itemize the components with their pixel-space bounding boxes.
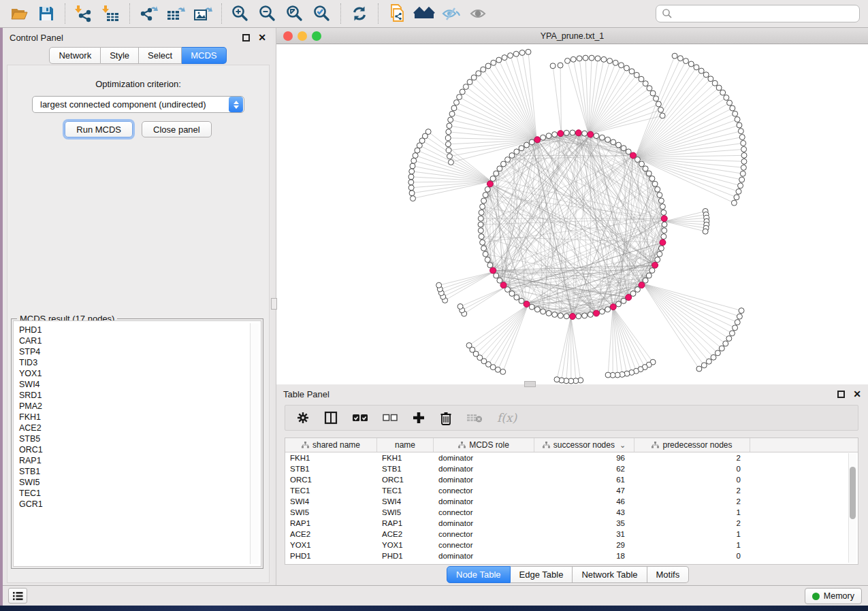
graph-node[interactable] xyxy=(646,273,652,278)
satellite-node[interactable] xyxy=(624,65,629,71)
search-input[interactable] xyxy=(677,9,854,18)
table-row[interactable]: ORC1ORC1dominator610 xyxy=(285,474,858,485)
graph-node-dominator[interactable] xyxy=(534,137,541,143)
import-table-button[interactable] xyxy=(97,2,125,25)
run-mcds-button[interactable]: Run MCDS xyxy=(65,121,133,137)
graph-node-dominator[interactable] xyxy=(570,314,576,320)
graph-node-dominator[interactable] xyxy=(524,301,530,307)
graph-node[interactable] xyxy=(599,135,605,140)
tab-select[interactable]: Select xyxy=(139,47,182,64)
graph-node[interactable] xyxy=(497,278,502,283)
graph-node[interactable] xyxy=(546,310,551,316)
satellite-node[interactable] xyxy=(526,49,531,54)
export-image-button[interactable] xyxy=(189,2,216,25)
satellite-node[interactable] xyxy=(595,56,600,61)
satellite-node[interactable] xyxy=(408,185,414,191)
tab-mcds[interactable]: MCDS xyxy=(182,47,226,64)
graph-node[interactable] xyxy=(509,291,515,296)
table-row[interactable]: SWI5SWI5connector431 xyxy=(285,507,858,518)
satellite-node[interactable] xyxy=(730,105,735,111)
satellite-node[interactable] xyxy=(436,282,442,288)
satellite-node[interactable] xyxy=(519,50,525,55)
network-canvas[interactable] xyxy=(276,44,868,384)
satellite-node[interactable] xyxy=(715,350,720,356)
memory-button[interactable]: Memory xyxy=(805,588,862,604)
satellite-node[interactable] xyxy=(413,153,418,159)
graph-node-dominator[interactable] xyxy=(652,262,658,268)
satellite-node[interactable] xyxy=(656,101,661,107)
graph-node[interactable] xyxy=(621,298,626,303)
satellite-node[interactable] xyxy=(736,188,741,194)
graph-node[interactable] xyxy=(652,181,658,186)
satellite-node[interactable] xyxy=(708,76,713,82)
graph-node[interactable] xyxy=(478,222,483,227)
graph-node[interactable] xyxy=(658,198,664,203)
mcds-result-item[interactable]: TID3 xyxy=(14,357,261,368)
satellite-node[interactable] xyxy=(409,191,415,196)
satellite-node[interactable] xyxy=(738,183,743,188)
satellite-node[interactable] xyxy=(741,146,747,152)
satellite-node[interactable] xyxy=(658,107,664,112)
satellite-node[interactable] xyxy=(733,111,738,116)
graph-node-dominator[interactable] xyxy=(610,304,616,310)
graph-node[interactable] xyxy=(481,246,487,251)
first-neighbors-button[interactable] xyxy=(411,2,438,25)
delete-column-button[interactable] xyxy=(440,411,452,425)
satellite-node[interactable] xyxy=(409,169,415,174)
satellite-node[interactable] xyxy=(411,158,417,163)
graph-node[interactable] xyxy=(621,146,626,151)
satellite-node[interactable] xyxy=(601,56,607,62)
graph-node[interactable] xyxy=(541,309,546,314)
satellite-node[interactable] xyxy=(508,53,513,59)
satellite-node[interactable] xyxy=(650,90,656,96)
horizontal-splitter-handle[interactable] xyxy=(524,381,536,387)
graph-node[interactable] xyxy=(497,166,502,171)
duplicate-network-button[interactable] xyxy=(383,2,411,25)
satellite-node[interactable] xyxy=(654,96,659,101)
satellite-node[interactable] xyxy=(415,148,420,153)
satellite-node[interactable] xyxy=(445,135,451,141)
satellite-node[interactable] xyxy=(491,60,496,65)
table-row[interactable]: TEC1TEC1connector472 xyxy=(285,485,858,496)
satellite-node[interactable] xyxy=(467,80,472,85)
satellite-node[interactable] xyxy=(447,154,452,159)
graph-node[interactable] xyxy=(643,166,648,171)
graph-node[interactable] xyxy=(570,130,575,135)
graph-node[interactable] xyxy=(552,312,558,317)
tab-style[interactable]: Style xyxy=(101,47,139,64)
satellite-node[interactable] xyxy=(425,129,431,135)
graph-node[interactable] xyxy=(599,309,605,314)
graph-node[interactable] xyxy=(505,157,511,163)
satellite-node[interactable] xyxy=(445,142,451,147)
satellite-node[interactable] xyxy=(476,71,481,76)
satellite-node[interactable] xyxy=(683,59,688,64)
satellite-node[interactable] xyxy=(703,229,708,234)
satellite-node[interactable] xyxy=(410,163,415,169)
graph-node[interactable] xyxy=(657,251,662,257)
satellite-node[interactable] xyxy=(457,303,463,309)
mcds-result-item[interactable]: RAP1 xyxy=(14,455,261,466)
graph-node[interactable] xyxy=(655,186,660,192)
graph-node[interactable] xyxy=(634,286,640,292)
show-all-button[interactable] xyxy=(465,2,492,25)
window-zoom-icon[interactable] xyxy=(312,31,321,41)
satellite-node[interactable] xyxy=(703,72,709,78)
table-scrollbar[interactable] xyxy=(848,453,856,563)
graph-node[interactable] xyxy=(616,301,622,307)
float-panel-icon[interactable] xyxy=(837,391,845,398)
mcds-result-item[interactable]: TEC1 xyxy=(14,488,261,499)
graph-node[interactable] xyxy=(529,304,534,310)
graph-node[interactable] xyxy=(478,216,483,221)
satellite-node[interactable] xyxy=(513,51,519,56)
mcds-result-item[interactable]: SWI4 xyxy=(14,379,261,390)
graph-node[interactable] xyxy=(541,135,546,140)
network-window-titlebar[interactable]: YPA_prune.txt_1 xyxy=(276,28,868,44)
satellite-node[interactable] xyxy=(408,174,414,180)
satellite-node[interactable] xyxy=(448,159,453,165)
satellite-node[interactable] xyxy=(471,75,477,80)
graph-node[interactable] xyxy=(479,210,484,215)
satellite-node[interactable] xyxy=(647,86,652,91)
float-panel-icon[interactable] xyxy=(242,34,250,42)
mcds-result-item[interactable]: STP4 xyxy=(14,346,261,357)
zoom-fit-button[interactable] xyxy=(281,2,308,25)
